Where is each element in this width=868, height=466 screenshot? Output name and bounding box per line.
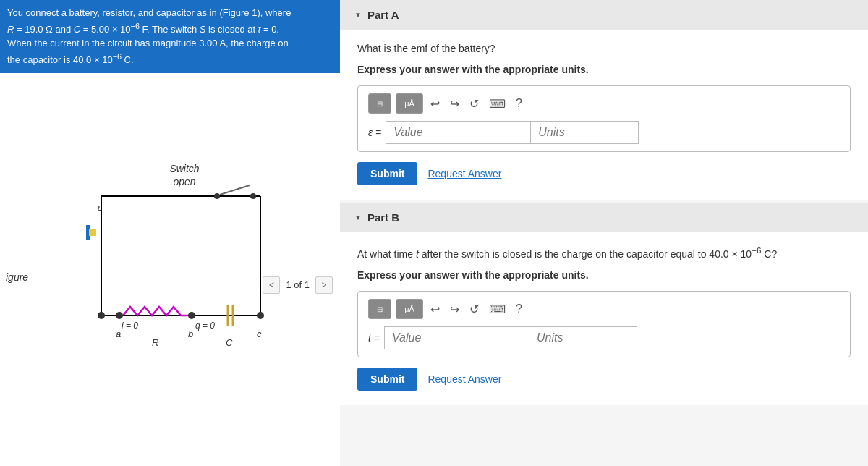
fraction-button-b[interactable]: ⊟ (368, 299, 391, 319)
part-a-request-answer-button[interactable]: Request Answer (427, 168, 501, 179)
next-figure-button[interactable]: > (315, 276, 333, 294)
svg-line-9 (220, 185, 250, 195)
switch-open-label: open (173, 176, 195, 187)
svg-text:a: a (116, 329, 121, 339)
problem-text: You connect a battery, resistor, and cap… (0, 0, 340, 73)
part-b-input-row: t = (368, 326, 840, 350)
part-a-title: Part A (367, 9, 399, 21)
part-b-section: ▼ Part B At what time t after the switch… (340, 203, 868, 405)
part-a-content: What is the emf of the battery? Express … (340, 30, 868, 200)
refresh-icon-b: ↺ (469, 303, 479, 315)
part-b-content: At what time t after the switch is close… (340, 232, 868, 405)
keyboard-button-b[interactable]: ⌨ (486, 301, 509, 318)
unit-button-a[interactable]: μÅ (396, 93, 423, 114)
part-b-header: ▼ Part B (340, 203, 868, 232)
problem-text-line2: R = 19.0 Ω and C = 5.00 × 10−6 F. The sw… (7, 24, 279, 35)
refresh-button-a[interactable]: ↺ (467, 96, 482, 112)
svg-text:i = 0: i = 0 (122, 321, 138, 331)
redo-icon-b: ↪ (450, 303, 459, 315)
unit-icon-b: μÅ (404, 305, 414, 313)
keyboard-icon-b: ⌨ (489, 303, 506, 315)
part-b-action-row: Submit Request Answer (357, 368, 851, 391)
part-b-answer-box: ⊟ μÅ ↩ ↪ ↺ ⌨ (357, 291, 851, 357)
help-icon-b: ? (516, 302, 522, 315)
help-button-a[interactable]: ? (513, 96, 525, 111)
part-a-input-label: ε = (368, 127, 381, 138)
svg-text:C: C (226, 337, 233, 348)
figure-area: igure < 1 of 1 > Switch open ε + (0, 73, 340, 406)
circuit-diagram: Switch open ε + (43, 145, 297, 377)
fraction-icon-a: ⊟ (377, 100, 383, 108)
help-button-b[interactable]: ? (513, 301, 525, 317)
part-a-answer-box: ⊟ μÅ ↩ ↪ ↺ ⌨ (357, 85, 851, 152)
problem-text-line4: the capacitor is 40.0 × 10−6 C. (7, 54, 134, 65)
part-a-toolbar: ⊟ μÅ ↩ ↪ ↺ ⌨ (368, 93, 840, 114)
fraction-icon-b: ⊟ (377, 305, 383, 313)
part-a-action-row: Submit Request Answer (357, 162, 851, 185)
refresh-icon-a: ↺ (469, 98, 479, 110)
svg-point-19 (98, 312, 105, 319)
part-b-toolbar: ⊟ μÅ ↩ ↪ ↺ ⌨ (368, 299, 840, 319)
undo-icon-a: ↩ (430, 98, 440, 110)
problem-text-line3: When the current in the circuit has magn… (7, 38, 289, 48)
svg-point-7 (214, 193, 220, 199)
part-a-triangle-icon: ▼ (354, 11, 362, 19)
part-a-question: What is the emf of the battery? (357, 41, 851, 56)
fraction-button-a[interactable]: ⊟ (368, 93, 391, 114)
svg-text:b: b (188, 329, 193, 339)
svg-text:R: R (152, 337, 158, 348)
part-a-submit-button[interactable]: Submit (357, 162, 417, 185)
svg-point-17 (188, 312, 195, 319)
svg-point-8 (250, 193, 256, 199)
part-a-instruction: Express your answer with the appropriate… (357, 64, 851, 75)
svg-point-18 (257, 312, 264, 319)
part-b-question: At what time t after the switch is close… (357, 244, 851, 262)
part-a-units-input[interactable] (530, 121, 639, 144)
svg-text:q = 0: q = 0 (195, 321, 215, 331)
circuit-svg: Switch open ε + (43, 145, 297, 377)
redo-icon-a: ↪ (450, 98, 459, 110)
refresh-button-b[interactable]: ↺ (467, 301, 482, 318)
part-b-value-input[interactable] (384, 326, 529, 350)
part-b-instruction: Express your answer with the appropriate… (357, 269, 851, 281)
redo-button-a[interactable]: ↪ (447, 96, 462, 112)
left-panel: You connect a battery, resistor, and cap… (0, 0, 340, 466)
keyboard-icon-a: ⌨ (489, 98, 506, 110)
switch-label: Switch (169, 163, 199, 174)
figure-label: igure (6, 271, 28, 283)
part-b-input-label: t = (368, 332, 380, 344)
svg-text:c: c (257, 329, 262, 339)
undo-button-a[interactable]: ↩ (427, 96, 443, 112)
part-a-section: ▼ Part A What is the emf of the battery?… (340, 0, 868, 200)
unit-icon-a: μÅ (404, 99, 414, 108)
part-a-value-input[interactable] (386, 121, 530, 144)
part-b-title: Part B (367, 211, 399, 224)
part-b-triangle-icon: ▼ (354, 213, 362, 221)
undo-button-b[interactable]: ↩ (427, 301, 443, 318)
part-b-request-answer-button[interactable]: Request Answer (427, 373, 501, 385)
keyboard-button-a[interactable]: ⌨ (486, 96, 509, 112)
undo-icon-b: ↩ (430, 303, 440, 315)
svg-point-16 (116, 312, 123, 319)
part-a-header: ▼ Part A (340, 0, 868, 30)
redo-button-b[interactable]: ↪ (447, 301, 462, 318)
unit-button-b[interactable]: μÅ (396, 299, 423, 319)
part-a-input-row: ε = (368, 121, 840, 144)
help-icon-a: ? (516, 97, 522, 109)
part-b-units-input[interactable] (529, 326, 637, 350)
right-panel: ▼ Part A What is the emf of the battery?… (340, 0, 868, 466)
problem-text-line1: You connect a battery, resistor, and cap… (7, 7, 291, 18)
part-b-submit-button[interactable]: Submit (357, 368, 417, 391)
